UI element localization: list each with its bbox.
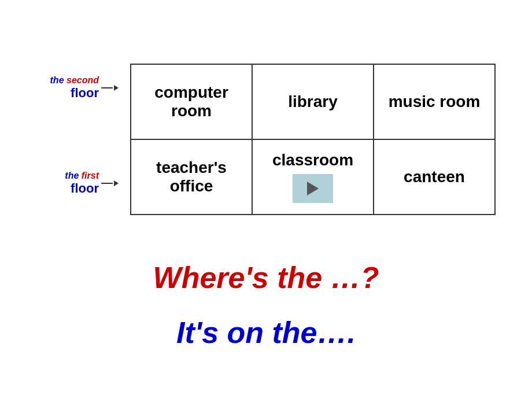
music-room-label: music room [389, 93, 481, 110]
library-label: library [288, 93, 338, 110]
classroom-cell: classroom [252, 139, 374, 215]
school-table: computer room library music room teacher… [130, 64, 496, 215]
teachers-office-cell: teacher's office [131, 139, 252, 215]
second-floor-arrow [101, 85, 119, 91]
arrow-line [101, 87, 113, 88]
table-row-second: computer room library music room [131, 64, 495, 139]
its-on-text: It's on the…. [176, 316, 356, 349]
play-icon [307, 182, 319, 195]
canteen-label: canteen [404, 168, 465, 186]
first-floor-first: first [82, 171, 99, 180]
first-floor-the: the [65, 171, 79, 180]
second-floor-floor: floor [71, 86, 99, 100]
computer-room-label: computer room [154, 83, 228, 120]
first-floor-floor: floor [71, 181, 99, 195]
second-floor-the: the [50, 75, 64, 85]
second-floor-label: the second floor [12, 75, 119, 101]
first-floor-arrow [101, 180, 119, 186]
table-row-first: teacher's office classroom canteen [131, 139, 495, 215]
classroom-label: classroom [272, 151, 353, 169]
arrow-head-2 [114, 180, 119, 186]
second-floor-second: second [66, 75, 99, 85]
wheres-question: Where's the …? [0, 260, 532, 295]
wheres-text: Where's the …? [153, 261, 379, 294]
arrow-head [114, 85, 119, 91]
video-placeholder[interactable] [293, 174, 333, 203]
computer-room-cell: computer room [131, 64, 252, 139]
teachers-office-label: teacher's office [156, 158, 227, 195]
music-room-cell: music room [374, 64, 495, 139]
first-floor-label: the first floor [12, 171, 119, 196]
canteen-cell: canteen [374, 139, 495, 215]
library-cell: library [252, 64, 374, 139]
arrow-line-2 [101, 183, 113, 184]
its-on-statement: It's on the…. [0, 315, 532, 350]
main-container: the second floor the first floor [0, 0, 532, 399]
